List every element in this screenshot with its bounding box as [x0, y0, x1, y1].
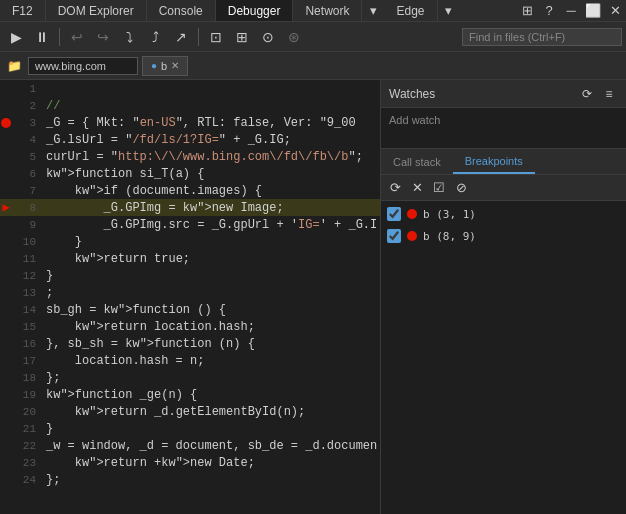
pause-button[interactable]: ⏸ — [30, 25, 54, 49]
tab-network[interactable]: Network — [293, 0, 362, 21]
refresh-bp-button[interactable]: ⟳ — [385, 178, 405, 198]
line-number-11: 11 — [12, 253, 42, 265]
code-line-24[interactable]: 24}; — [0, 471, 380, 488]
bp-item-0[interactable]: b (3, 1) — [381, 203, 626, 225]
help-icon[interactable]: ? — [538, 0, 560, 22]
code-line-13[interactable]: 13; — [0, 284, 380, 301]
line-number-2: 2 — [12, 100, 42, 112]
line-number-19: 19 — [12, 389, 42, 401]
code-line-18[interactable]: 18}; — [0, 369, 380, 386]
code-line-8[interactable]: ▶8 _G.GPImg = kw">new Image; — [0, 199, 380, 216]
file-tab[interactable]: ● b ✕ — [142, 56, 188, 76]
line-content-5: curUrl = "http:\/\/www.bing.com\/fd\/fb\… — [42, 150, 380, 164]
tab-edge[interactable]: Edge — [384, 0, 437, 21]
continue-button[interactable]: ▶ — [4, 25, 28, 49]
add-watch-button[interactable]: Add watch — [389, 112, 618, 128]
maximize-icon[interactable]: ⬜ — [582, 0, 604, 22]
line-content-15: kw">return location.hash; — [42, 320, 380, 334]
code-line-6[interactable]: 6kw">function si_T(a) { — [0, 165, 380, 182]
code-line-20[interactable]: 20 kw">return _d.getElementById(n); — [0, 403, 380, 420]
line-content-20: kw">return _d.getElementById(n); — [42, 405, 380, 419]
line-number-24: 24 — [12, 474, 42, 486]
code-line-3[interactable]: 3_G = { Mkt: "en-US", RTL: false, Ver: "… — [0, 114, 380, 131]
code-line-23[interactable]: 23 kw">return +kw">new Date; — [0, 454, 380, 471]
tab-breakpoints[interactable]: Breakpoints — [453, 149, 535, 174]
code-line-9[interactable]: 9 _G.GPImg.src = _G.gpUrl + 'IG=' + _G.I — [0, 216, 380, 233]
line-content-19: kw">function _ge(n) { — [42, 388, 380, 402]
line-number-1: 1 — [12, 83, 42, 95]
breakpoints-toolbar: ⟳ ✕ ☑ ⊘ — [381, 175, 626, 201]
code-line-15[interactable]: 15 kw">return location.hash; — [0, 318, 380, 335]
watches-title: Watches — [389, 87, 435, 101]
tab-debugger[interactable]: Debugger — [216, 0, 294, 21]
bp-checkbox-1[interactable] — [387, 229, 401, 243]
toggle-all-bp-button[interactable]: ☑ — [429, 178, 449, 198]
code-line-22[interactable]: 22_w = window, _d = document, sb_de = _d… — [0, 437, 380, 454]
step-out-button[interactable]: ⤴ — [143, 25, 167, 49]
code-line-1[interactable]: 1 — [0, 80, 380, 97]
minimize-icon[interactable]: ─ — [560, 0, 582, 22]
breakpoints-list: b (3, 1)b (8, 9) — [381, 201, 626, 514]
breakpoint-gutter-8[interactable]: ▶ — [0, 200, 12, 215]
breakpoint-dot-3 — [1, 118, 11, 128]
code-line-17[interactable]: 17 location.hash = n; — [0, 352, 380, 369]
line-content-3: _G = { Mkt: "en-US", RTL: false, Ver: "9… — [42, 116, 380, 130]
watches-body: Add watch — [381, 108, 626, 148]
code-line-2[interactable]: 2// — [0, 97, 380, 114]
line-number-16: 16 — [12, 338, 42, 350]
worker-button[interactable]: ⊛ — [282, 25, 306, 49]
code-line-10[interactable]: 10 } — [0, 233, 380, 250]
main-area: 12//3_G = { Mkt: "en-US", RTL: false, Ve… — [0, 80, 626, 514]
code-line-7[interactable]: 7 kw">if (document.images) { — [0, 182, 380, 199]
dom-breakpoints-button[interactable]: ⊞ — [230, 25, 254, 49]
settings-icon[interactable]: ⊞ — [516, 0, 538, 22]
watches-menu-icon[interactable]: ≡ — [600, 85, 618, 103]
code-line-5[interactable]: 5curUrl = "http:\/\/www.bing.com\/fd\/fb… — [0, 148, 380, 165]
code-line-4[interactable]: 4_G.lsUrl = "/fd/ls/1?IG=" + _G.IG; — [0, 131, 380, 148]
line-number-4: 4 — [12, 134, 42, 146]
event-breakpoints-button[interactable]: ⊙ — [256, 25, 280, 49]
bp-circle-0 — [407, 209, 417, 219]
line-number-17: 17 — [12, 355, 42, 367]
step-back-button[interactable]: ↩ — [65, 25, 89, 49]
tab-f12[interactable]: F12 — [0, 0, 46, 21]
remove-all-bp-button[interactable]: ✕ — [407, 178, 427, 198]
code-line-14[interactable]: 14sb_gh = kw">function () { — [0, 301, 380, 318]
code-line-19[interactable]: 19kw">function _ge(n) { — [0, 386, 380, 403]
step-forward-button[interactable]: ↪ — [91, 25, 115, 49]
line-number-20: 20 — [12, 406, 42, 418]
tab-close-icon[interactable]: ✕ — [171, 60, 179, 71]
tab-call-stack[interactable]: Call stack — [381, 149, 453, 174]
tab-dot: ● — [151, 60, 157, 71]
url-input[interactable] — [28, 57, 138, 75]
disable-all-bp-button[interactable]: ⊘ — [451, 178, 471, 198]
line-content-17: location.hash = n; — [42, 354, 380, 368]
find-files-input[interactable] — [462, 28, 622, 46]
line-content-7: kw">if (document.images) { — [42, 184, 380, 198]
code-panel[interactable]: 12//3_G = { Mkt: "en-US", RTL: false, Ve… — [0, 80, 381, 514]
tab-dom-explorer[interactable]: DOM Explorer — [46, 0, 147, 21]
network-dropdown-icon[interactable]: ▾ — [362, 0, 384, 22]
top-bar: F12 DOM Explorer Console Debugger Networ… — [0, 0, 626, 22]
tab-console[interactable]: Console — [147, 0, 216, 21]
step-over-button[interactable]: ↗ — [169, 25, 193, 49]
bp-checkbox-0[interactable] — [387, 207, 401, 221]
bp-circle-1 — [407, 231, 417, 241]
line-number-12: 12 — [12, 270, 42, 282]
line-content-2: // — [42, 99, 380, 113]
close-icon[interactable]: ✕ — [604, 0, 626, 22]
code-line-16[interactable]: 16}, sb_sh = kw">function (n) { — [0, 335, 380, 352]
bp-item-1[interactable]: b (8, 9) — [381, 225, 626, 247]
folder-icon[interactable]: 📁 — [4, 56, 24, 76]
step-into-button[interactable]: ⤵ — [117, 25, 141, 49]
watches-section: Watches ⟳ ≡ Add watch — [381, 80, 626, 149]
edge-dropdown-icon[interactable]: ▾ — [438, 0, 460, 22]
code-line-21[interactable]: 21} — [0, 420, 380, 437]
line-number-9: 9 — [12, 219, 42, 231]
line-content-6: kw">function si_T(a) { — [42, 167, 380, 181]
breakpoint-gutter-3[interactable] — [0, 118, 12, 128]
code-line-11[interactable]: 11 kw">return true; — [0, 250, 380, 267]
code-line-12[interactable]: 12} — [0, 267, 380, 284]
refresh-watches-icon[interactable]: ⟳ — [578, 85, 596, 103]
breakpoints-button[interactable]: ⊡ — [204, 25, 228, 49]
